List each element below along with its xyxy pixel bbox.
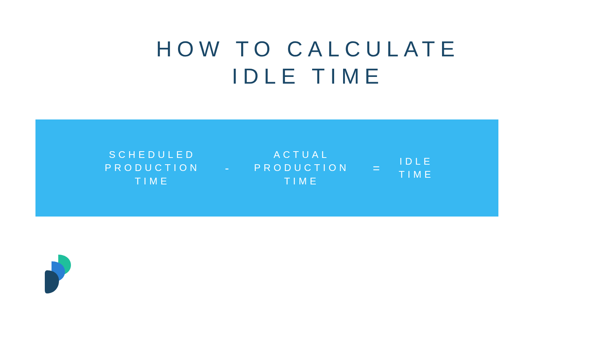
equals-operator: = [369, 161, 384, 175]
formula-term-actual: ACTUAL PRODUCTION TIME [249, 148, 354, 187]
formula-container: SCHEDULED PRODUCTION TIME - ACTUAL PRODU… [35, 119, 498, 217]
formula-term-scheduled: SCHEDULED PRODUCTION TIME [100, 148, 205, 187]
brand-logo-icon [44, 254, 73, 295]
page-title: HOW TO CALCULATE IDLE TIME [0, 0, 616, 90]
minus-operator: - [220, 161, 234, 175]
formula-term-idle: IDLE TIME [399, 155, 434, 181]
